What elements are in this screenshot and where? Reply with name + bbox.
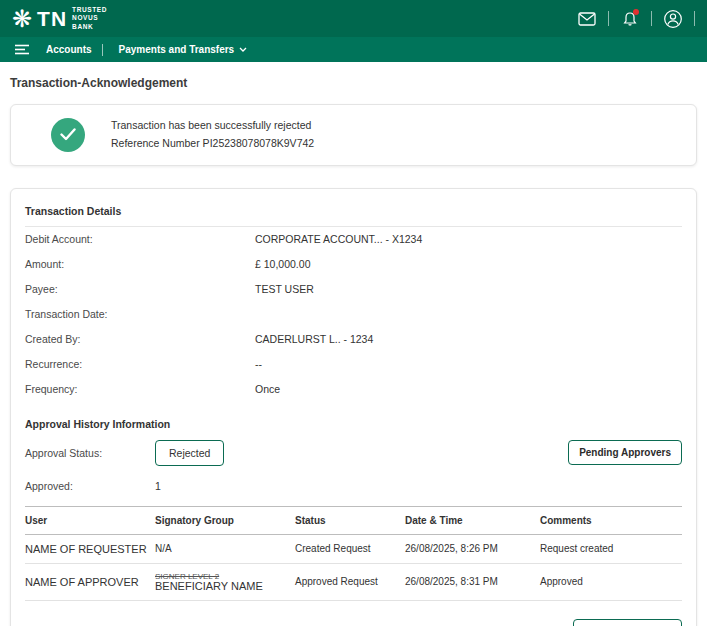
table-row: NAME OF APPROVER SIGNER LEVEL 2 BENEFICI… xyxy=(25,564,682,601)
detail-row-recurrence: Recurrence: -- xyxy=(25,352,682,377)
notification-badge xyxy=(633,9,639,15)
success-alert: Transaction has been successfully reject… xyxy=(10,104,697,166)
mail-icon[interactable] xyxy=(576,8,598,30)
approved-count-value: 1 xyxy=(155,480,161,492)
logo-line-novus: NOVUS xyxy=(72,14,98,21)
detail-value: £ 10,000.00 xyxy=(255,258,310,270)
alert-message: Transaction has been successfully reject… xyxy=(111,117,314,135)
transaction-details-title: Transaction Details xyxy=(25,201,682,227)
page-title: Transaction-Acknowledgement xyxy=(10,76,697,90)
bank-logo: ❋ TN TRUSTED NOVUS BANK xyxy=(12,6,107,30)
approved-label: Approved: xyxy=(25,480,155,492)
nav-item-payments-transfers[interactable]: Payments and Transfers xyxy=(119,44,248,55)
cell-comments: Request created xyxy=(540,543,682,554)
logo-tn-text: TN xyxy=(37,7,67,31)
logo-bank-name: TRUSTED NOVUS BANK xyxy=(72,6,107,30)
detail-label: Recurrence: xyxy=(25,358,255,370)
cell-date-time: 26/08/2025, 8:31 PM xyxy=(405,576,540,587)
detail-label: Amount: xyxy=(25,258,255,270)
nav-item-accounts[interactable]: Accounts xyxy=(46,44,92,55)
page-content: Transaction-Acknowledgement Transaction … xyxy=(0,62,707,626)
cell-date-time: 26/08/2025, 8:26 PM xyxy=(405,543,540,554)
detail-row-created-by: Created By: CADERLURST L.. - 1234 xyxy=(25,327,682,352)
success-check-icon xyxy=(51,118,85,152)
col-header-date-time: Date & Time xyxy=(405,515,540,526)
logo-line-trusted: TRUSTED xyxy=(72,6,107,13)
col-header-signatory-group: Signatory Group xyxy=(155,515,295,526)
snowflake-logo-icon: ❋ xyxy=(12,7,32,31)
detail-row-transaction-date: Transaction Date: xyxy=(25,302,682,327)
cell-user: NAME OF REQUESTER xyxy=(25,543,155,555)
col-header-status: Status xyxy=(295,515,405,526)
cell-signatory-group: SIGNER LEVEL 2 BENEFICIARY NAME xyxy=(155,572,295,592)
cell-user: NAME OF APPROVER xyxy=(25,576,155,588)
nav-divider xyxy=(102,44,103,56)
transaction-details-card: Transaction Details Debit Account: CORPO… xyxy=(10,188,697,626)
cell-status: Created Request xyxy=(295,543,405,554)
top-header: ❋ TN TRUSTED NOVUS BANK xyxy=(0,0,707,37)
nav-payments-label: Payments and Transfers xyxy=(119,44,235,55)
hamburger-menu-icon[interactable] xyxy=(14,42,30,58)
detail-row-amount: Amount: £ 10,000.00 xyxy=(25,252,682,277)
rejected-status-badge[interactable]: Rejected xyxy=(155,440,224,466)
chevron-down-icon xyxy=(239,47,247,52)
header-divider xyxy=(608,11,609,26)
alert-reference-number: Reference Number PI25238078078K9V742 xyxy=(111,135,314,153)
pending-approvers-button[interactable]: Pending Approvers xyxy=(568,440,682,465)
profile-icon[interactable] xyxy=(662,8,684,30)
header-divider xyxy=(651,11,652,26)
detail-label: Created By: xyxy=(25,333,255,345)
detail-value: Once xyxy=(255,383,280,395)
back-to-approvals-button[interactable]: Back to Approvals xyxy=(573,619,682,626)
logo-line-bank: BANK xyxy=(72,23,93,30)
detail-value: CORPORATE ACCOUNT... - X1234 xyxy=(255,233,422,245)
detail-row-debit-account: Debit Account: CORPORATE ACCOUNT... - X1… xyxy=(25,227,682,252)
detail-value: CADERLURST L.. - 1234 xyxy=(255,333,373,345)
detail-value: -- xyxy=(255,358,262,370)
col-header-user: User xyxy=(25,515,155,526)
notifications-bell-icon[interactable] xyxy=(619,8,641,30)
approval-status-label: Approval Status: xyxy=(25,447,155,459)
detail-row-frequency: Frequency: Once xyxy=(25,377,682,402)
detail-label: Debit Account: xyxy=(25,233,255,245)
footer-actions: Back to Approvals xyxy=(25,619,682,626)
table-row: NAME OF REQUESTER N/A Created Request 26… xyxy=(25,535,682,564)
detail-label: Frequency: xyxy=(25,383,255,395)
approval-history-title: Approval History Information xyxy=(25,402,682,440)
cell-signatory-group-struck: SIGNER LEVEL 2 xyxy=(155,572,289,580)
cell-signatory-group-name: BENEFICIARY NAME xyxy=(155,580,263,592)
detail-value: TEST USER xyxy=(255,283,314,295)
cell-status: Approved Request xyxy=(295,576,405,587)
cell-signatory-group: N/A xyxy=(155,543,295,554)
col-header-comments: Comments xyxy=(540,515,682,526)
detail-label: Transaction Date: xyxy=(25,308,255,320)
approval-status-row: Approval Status: Rejected Pending Approv… xyxy=(25,440,682,466)
main-nav: Accounts Payments and Transfers xyxy=(0,37,707,62)
cell-comments: Approved xyxy=(540,576,682,587)
detail-row-payee: Payee: TEST USER xyxy=(25,277,682,302)
table-header-row: User Signatory Group Status Date & Time … xyxy=(25,506,682,535)
header-divider xyxy=(694,11,695,26)
approved-count-row: Approved: 1 xyxy=(25,476,682,506)
detail-label: Payee: xyxy=(25,283,255,295)
approval-history-table: User Signatory Group Status Date & Time … xyxy=(25,506,682,601)
